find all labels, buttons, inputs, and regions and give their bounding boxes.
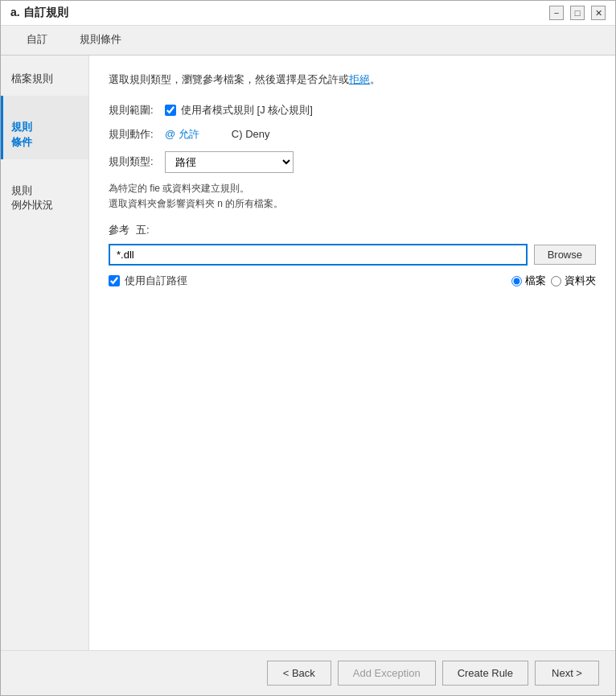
custom-path-row: 使用自訂路徑 檔案 資料夾 — [109, 274, 596, 288]
hint-text: 為特定的 fie 或資料夾建立規則。 選取資料夾會影響資料夾 n 的所有檔案。 — [109, 181, 596, 212]
sidebar-item-file-rules[interactable]: 檔案規則 — [1, 62, 88, 96]
hint-line-2: 選取資料夾會影響資料夾 n 的所有檔案。 — [109, 196, 596, 212]
bottom-bar: < Back Add Exception Create Rule Next > — [1, 650, 615, 695]
type-select[interactable]: 路徑 雜湊 發行者 — [165, 151, 294, 173]
main-content: 檔案規則 規則 條件 規則 例外狀況 選取規則類型，瀏覽參考檔案，然後選擇是否允… — [1, 56, 615, 650]
action-row: 規則動作: @ 允許 C) Deny — [109, 127, 596, 142]
window-controls: − □ ✕ — [549, 6, 606, 20]
sidebar-label-file-rules: 檔案規則 — [11, 72, 53, 84]
radio-file-option[interactable]: 檔案 — [511, 274, 546, 288]
ref-row: 參考 五: — [109, 223, 596, 237]
action-label: 規則動作: — [109, 127, 157, 142]
radio-file-label: 檔案 — [525, 274, 546, 288]
section-description: 選取規則類型，瀏覽參考檔案，然後選擇是否允許或拒絕。 — [109, 72, 596, 89]
radio-folder-option[interactable]: 資料夾 — [551, 274, 596, 288]
scope-label: 規則範圍: — [109, 103, 157, 117]
scope-checkbox-label[interactable]: 使用者模式規則 [J 核心規則] — [165, 103, 313, 117]
tab-custom[interactable]: 自訂 — [10, 26, 64, 55]
radio-file[interactable] — [511, 276, 522, 286]
browse-button[interactable]: Browse — [534, 245, 596, 265]
sidebar-item-rule-conditions[interactable]: 規則 條件 — [1, 96, 88, 159]
custom-path-checkbox[interactable] — [109, 275, 120, 286]
ref-label: 參考 — [109, 223, 129, 237]
title-bar: a. 自訂規則 − □ ✕ — [1, 1, 615, 26]
sidebar-item-rule-exceptions[interactable]: 規則 例外狀況 — [1, 159, 88, 223]
sidebar-label-rule-conditions: 規則 條件 — [11, 121, 32, 147]
deny-underline-text: 拒絕 — [349, 73, 370, 85]
add-exception-button[interactable]: Add Exception — [338, 661, 436, 686]
maximize-button[interactable]: □ — [570, 6, 585, 20]
scope-checkbox[interactable] — [165, 105, 176, 116]
create-rule-button[interactable]: Create Rule — [442, 661, 528, 686]
action-allow-text: @ 允許 — [165, 127, 199, 142]
nav-tabs: 自訂 規則條件 — [1, 26, 615, 56]
hint-line-1: 為特定的 fie 或資料夾建立規則。 — [109, 181, 596, 196]
path-input[interactable] — [109, 244, 528, 266]
input-browse-row: Browse — [109, 244, 596, 266]
custom-path-left: 使用自訂路徑 — [109, 274, 187, 288]
next-button[interactable]: Next > — [535, 661, 599, 686]
ref-sub: 五: — [136, 223, 150, 237]
tab-rule-conditions[interactable]: 規則條件 — [64, 26, 138, 55]
sidebar: 檔案規則 規則 條件 規則 例外狀況 — [1, 56, 89, 650]
minimize-button[interactable]: − — [549, 6, 564, 20]
back-button[interactable]: < Back — [267, 661, 331, 686]
close-button[interactable]: ✕ — [591, 6, 606, 20]
radio-folder[interactable] — [551, 276, 561, 286]
main-window: a. 自訂規則 − □ ✕ 自訂 規則條件 檔案規則 規則 條件 規則 例外狀況 — [0, 0, 616, 696]
scope-row: 規則範圍: 使用者模式規則 [J 核心規則] — [109, 103, 596, 117]
action-deny-text: C) Deny — [232, 128, 270, 140]
custom-path-checkbox-label[interactable]: 使用自訂路徑 — [109, 274, 187, 288]
window-title: a. 自訂規則 — [10, 6, 68, 20]
type-row: 規則類型: 路徑 雜湊 發行者 — [109, 151, 596, 173]
type-label: 規則類型: — [109, 154, 157, 169]
scope-checkbox-text: 使用者模式規則 [J 核心規則] — [181, 103, 313, 117]
content-area: 選取規則類型，瀏覽參考檔案，然後選擇是否允許或拒絕。 規則範圍: 使用者模式規則… — [89, 56, 615, 650]
radio-folder-label: 資料夾 — [565, 274, 596, 288]
radio-options: 檔案 資料夾 — [511, 274, 596, 288]
sidebar-label-rule-exceptions: 規則 例外狀況 — [11, 184, 53, 211]
custom-path-text: 使用自訂路徑 — [125, 274, 187, 288]
